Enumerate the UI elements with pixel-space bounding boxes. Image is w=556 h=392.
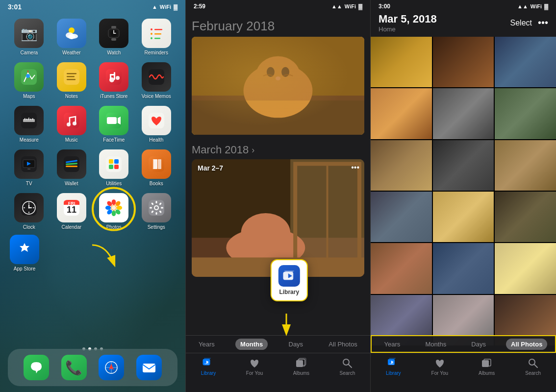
app-settings[interactable]: Settings [137,193,176,230]
svg-rect-59 [158,159,161,169]
signal-3: ▲▲ [517,3,528,9]
tab-library-2[interactable]: Library [201,357,216,376]
svg-rect-20 [67,76,75,77]
page-title: Mar 5, 2018 [379,13,437,25]
photo-12[interactable] [495,192,556,242]
app-voicememos[interactable]: Voice Memos [137,62,176,99]
photo-9[interactable] [495,140,556,191]
app-measure[interactable]: Measure [10,106,49,143]
dock-phone[interactable]: 📞 [61,355,87,380]
settings-icon [142,193,171,222]
tab-albums-3[interactable]: Albums [479,357,495,376]
app-tv[interactable]: TV [10,149,49,186]
more-button[interactable]: ••• [538,17,548,28]
photo-3[interactable] [495,37,556,87]
app-weather[interactable]: Weather [52,19,91,55]
photo-14[interactable] [433,243,494,294]
photo-6[interactable] [495,88,556,139]
app-photos[interactable]: Photos [95,193,133,230]
app-calendar[interactable]: 11 FRI Calendar [52,193,91,230]
svg-rect-19 [67,73,76,74]
photo-4[interactable] [371,88,432,139]
tab-allphotos-2[interactable]: All Photos [324,339,362,350]
battery-icon: ▓ [174,4,177,10]
screen2-photos-months: 2:59 ▲▲ WiFi ▓ February 2018 [185,0,371,392]
tab-library-3[interactable]: Library [386,357,401,376]
tab-years-2[interactable]: Years [194,339,220,350]
books-label: Books [150,181,163,186]
app-watch[interactable]: Watch [95,19,133,55]
svg-rect-15 [154,38,160,39]
svg-rect-35 [32,118,33,120]
tab-months-2[interactable]: Months [235,339,268,350]
measure-label: Measure [20,137,39,143]
tab-months-3[interactable]: Months [421,339,452,350]
voicememos-label: Voice Memos [142,94,171,99]
photo-15[interactable] [495,243,556,294]
maps-icon [14,62,44,92]
signal-icon: ▲ [152,4,157,10]
appstore-icon [10,235,39,264]
app-clock[interactable]: Clock [10,193,49,230]
tab-albums-2[interactable]: Albums [293,357,309,376]
photo-5[interactable] [433,88,494,139]
app-appstore[interactable]: App Store [10,235,39,271]
svg-rect-33 [28,118,29,120]
tab-search-2[interactable]: Search [340,357,355,376]
photo-7[interactable] [371,140,432,191]
app-itunes[interactable]: iTunes Store [95,62,133,99]
music-icon [57,106,86,135]
photo-1[interactable] [371,37,432,87]
app-health[interactable]: Health [137,106,176,143]
albums-tab-label: Albums [293,370,309,376]
photo-10[interactable] [371,192,432,242]
settings-label: Settings [148,224,165,230]
card-menu[interactable]: ••• [351,163,359,172]
tv-label: TV [26,181,32,186]
photo-11[interactable] [433,192,494,242]
search-tab-icon [341,357,353,369]
tab-allphotos-3[interactable]: All Photos [506,339,547,350]
battery-2: ▓ [358,3,362,9]
notes-icon [57,62,86,92]
time-2: 2:59 [194,3,205,10]
measure-icon [14,106,44,135]
svg-point-37 [67,122,71,126]
dock-safari[interactable] [99,355,124,380]
app-books[interactable]: Books [137,149,176,186]
app-facetime[interactable]: FaceTime [95,106,133,143]
app-maps[interactable]: Maps [10,62,49,99]
photo-2[interactable] [433,37,494,87]
february-photo[interactable] [192,37,364,135]
svg-rect-127 [204,364,209,364]
svg-rect-135 [389,364,394,364]
signal-2: ▲▲ [331,3,342,9]
app-camera[interactable]: 📷 Camera [10,19,49,55]
svg-rect-47 [27,169,30,170]
health-label: Health [149,137,163,143]
yellow-arrow-1 [87,240,122,274]
select-button[interactable]: Select [510,19,532,27]
reminders-label: Reminders [145,50,168,55]
app-utilities[interactable]: Utilities [95,149,133,186]
svg-point-17 [26,74,30,78]
app-wallet[interactable]: Wallet [52,149,91,186]
cat-photo-feb [192,37,364,135]
dock-messages[interactable] [24,355,49,380]
tab-search-3[interactable]: Search [525,357,541,376]
app-reminders[interactable]: Reminders [137,19,176,55]
tab-foryou-3[interactable]: For You [431,357,448,376]
tab-years-3[interactable]: Years [379,339,405,350]
camera-label: Camera [20,50,38,55]
photo-13[interactable] [371,243,432,294]
svg-rect-54 [114,159,119,164]
tab-days-3[interactable]: Days [466,339,491,350]
svg-rect-40 [107,117,117,124]
app-notes[interactable]: Notes [52,62,91,99]
wallet-icon [57,149,86,179]
app-music[interactable]: Music [52,106,91,143]
dock-mail[interactable] [136,355,162,380]
photo-8[interactable] [433,140,494,191]
wifi-3: WiFi [531,3,542,9]
tab-foryou-2[interactable]: For You [246,357,263,376]
